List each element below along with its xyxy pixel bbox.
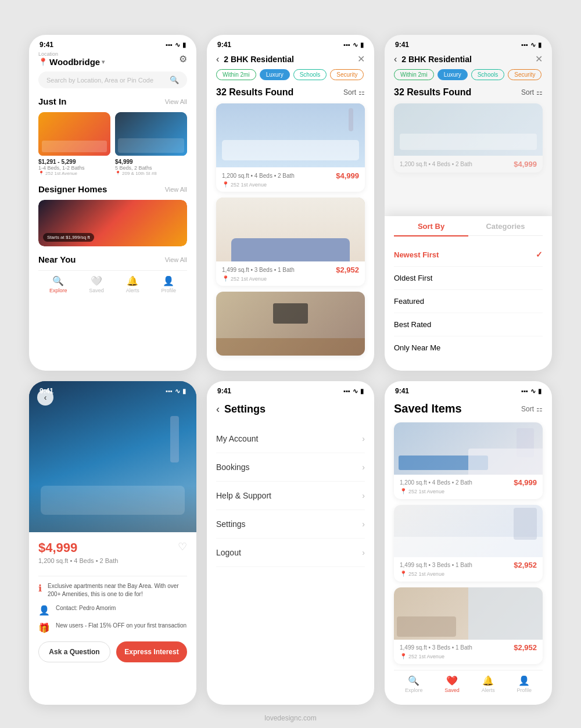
result-specs-1: 1,200 sq.ft • 4 Beds • 2 Bath [222,173,295,179]
sofa-scene-decor [216,198,365,261]
close-icon-3[interactable]: ✕ [535,53,543,64]
saved-title: Saved Items [394,402,462,415]
settings-item-bookings[interactable]: Bookings › [216,453,365,482]
nav-saved-6[interactable]: ❤️ Saved [444,675,460,693]
settings-label-help: Help & Support [216,491,271,500]
gear-icon[interactable]: ⚙ [179,53,187,64]
addr-pin-2: 📍 [115,171,121,176]
saved-info-3: 1,499 sq.ft • 3 Beds • 1 Bath $2,952 📍 2… [394,640,543,664]
signal-icon-3: ▪▪▪ [521,41,528,48]
sort-btn-3[interactable]: Sort ⚏ [521,88,543,96]
pill-security[interactable]: Security [330,69,364,80]
search-bar[interactable]: Search by Location, Area or Pin Code 🔍 [38,71,187,88]
sort-icon: ⚏ [358,88,365,96]
signal-icon-5: ▪▪▪ [343,388,350,395]
nav-alerts[interactable]: 🔔 Alerts [126,275,139,293]
designer-view-all[interactable]: View All [165,186,187,193]
near-you-view-all[interactable]: View All [165,256,187,263]
time-5: 9:41 [217,387,231,395]
wifi-icon-3: ∿ [530,41,536,49]
home-card-2[interactable]: $4,999 5 Beds, 2 Baths 📍 209 & 10th St #… [115,112,187,176]
bell-icon-6: 🔔 [482,675,494,686]
sort-result-card[interactable]: 1,200 sq.ft • 4 Beds • 2 Bath $4,999 [394,103,543,173]
near-you-title: Near You [38,254,76,264]
pill-luxury[interactable]: Luxury [260,69,290,80]
sort-option-bestrated[interactable]: Best Rated [394,313,543,336]
feature-text-1: Exclusive apartments near the Bay Area. … [48,582,187,598]
just-in-view-all[interactable]: View All [165,98,187,105]
settings-label-bookings: Bookings [216,462,250,472]
saved-addr-2: 📍 252 1st Avenue [400,571,537,577]
battery-icon: ▮ [182,41,186,49]
search-icon[interactable]: 🔍 [170,76,179,84]
sort-option-oldest[interactable]: Oldest First [394,267,543,290]
pill-schools[interactable]: Schools [293,69,327,80]
back-arrow-icon-3[interactable]: ‹ [394,54,397,64]
settings-item-help[interactable]: Help & Support › [216,482,365,510]
chevron-down-icon: ▾ [102,59,105,65]
result-addr-2: 📍 252 1st Avenue [222,275,359,282]
saved-specs-1: 1,200 sq.ft • 4 Beds • 2 Bath [400,479,472,486]
ask-question-btn[interactable]: Ask a Question [38,641,110,662]
detail-back-btn[interactable]: ‹ [37,389,53,406]
heart-icon-detail[interactable]: ♡ [178,540,187,553]
wifi-icon-5: ∿ [353,388,358,395]
result-price-2: $2,952 [336,266,359,274]
nav-alerts-6[interactable]: 🔔 Alerts [482,675,495,693]
loc-name[interactable]: 📍 Woodbridge ▾ [38,57,105,67]
saved-card-1[interactable]: 1,200 sq.ft • 4 Beds • 2 Bath $4,999 📍 2… [394,422,543,499]
sort-option-nearme[interactable]: Only Near Me [394,336,543,359]
nav-profile-6[interactable]: 👤 Profile [517,675,532,693]
result-card-3[interactable] [216,292,365,356]
gift-icon: 🎁 [38,622,50,633]
sort-icon-6: ⚏ [536,405,543,413]
settings-item-logout[interactable]: Logout › [216,539,365,567]
filter-pills: Within 2mi Luxury Schools Security [216,69,365,80]
settings-back-bar: ‹ Settings [216,397,365,425]
saved-card-3[interactable]: 1,499 sq.ft • 3 Beds • 1 Bath $2,952 📍 2… [394,587,543,664]
bell-icon: 🔔 [127,275,138,286]
sort-tab-categories[interactable]: Categories [468,216,543,236]
nav-profile[interactable]: 👤 Profile [162,275,177,293]
nav-saved[interactable]: 🤍 Saved [89,275,104,293]
home-card-1[interactable]: $1,291 - 5,299 1-4 Beds, 1-2 Baths 📍 252… [38,112,110,176]
saved-specs-2: 1,499 sq.ft • 3 Beds • 1 Bath [400,562,472,568]
close-icon[interactable]: ✕ [357,53,365,64]
nav-explore[interactable]: 🔍 Explore [49,275,67,293]
nav-explore-6[interactable]: 🔍 Explore [405,675,423,693]
pill-3-within2mi[interactable]: Within 2mi [394,69,434,80]
phones-grid: 9:41 ▪▪▪ ∿ ▮ Location 📍 Woodbridge ▾ [29,35,552,705]
detail-divider-1 [38,576,187,576]
pill-within2mi[interactable]: Within 2mi [216,69,256,80]
pill-3-security[interactable]: Security [508,69,541,80]
wifi-icon-4: ∿ [175,388,180,395]
pill-3-luxury[interactable]: Luxury [437,69,468,80]
status-icons-2: ▪▪▪ ∿ ▮ [343,41,364,49]
phone-sort: 9:41 ▪▪▪ ∿ ▮ ‹ 2 BHK Residential ✕ Withi… [385,35,552,371]
blue-room-decor [216,103,365,167]
back-arrow-icon-5[interactable]: ‹ [216,403,220,415]
sort-result-row: 1,200 sq.ft • 4 Beds • 2 Bath $4,999 [400,160,537,168]
express-interest-btn[interactable]: Express Interest [116,641,187,662]
saved-content: Saved Items Sort ⚏ 1,200 sq. [385,397,552,705]
sort-option-featured[interactable]: Featured [394,290,543,313]
card1-price: $1,291 - 5,299 [38,159,110,165]
addr-pin-s1: 📍 [400,488,407,494]
sort-button[interactable]: Sort ⚏ [343,88,365,96]
result-card-1[interactable]: 1,200 sq.ft • 4 Beds • 2 Bath $4,999 📍 2… [216,103,365,192]
back-arrow-icon[interactable]: ‹ [216,54,219,64]
sort-tab-sortby[interactable]: Sort By [394,216,468,236]
addr-pin-s3: 📍 [400,653,407,659]
results-back-bar: ‹ 2 BHK Residential ✕ [216,51,365,69]
status-icons-1: ▪▪▪ ∿ ▮ [166,41,186,49]
result-card-2[interactable]: 1,499 sq.ft • 3 Beds • 1 Bath $2,952 📍 2… [216,198,365,286]
sort-option-newest[interactable]: Newest First ✓ [394,243,543,267]
detail-hero: 9:41 ▪▪▪ ∿ ▮ ‹ [29,381,196,532]
pill-3-schools[interactable]: Schools [471,69,505,80]
result-addr-1: 📍 252 1st Avenue [222,181,359,188]
settings-item-settings[interactable]: Settings › [216,510,365,539]
designer-card[interactable]: Starts at $1,999/sq ft [38,200,187,246]
saved-card-2[interactable]: 1,499 sq.ft • 3 Beds • 1 Bath $2,952 📍 2… [394,505,543,582]
settings-item-account[interactable]: My Account › [216,425,365,453]
saved-sort-btn[interactable]: Sort ⚏ [521,405,543,413]
